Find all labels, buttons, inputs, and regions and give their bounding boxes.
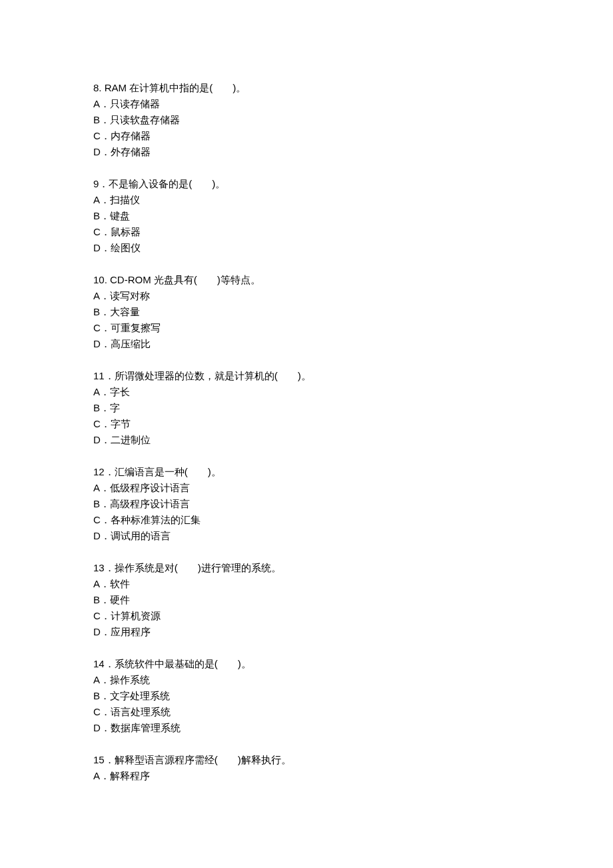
option-b: B．高级程序设计语言	[93, 496, 520, 512]
question-stem: 15．解释型语言源程序需经( )解释执行。	[93, 752, 520, 768]
option-c: C．可重复擦写	[93, 320, 520, 336]
option-b: B．键盘	[93, 208, 520, 224]
question-10: 10. CD-ROM 光盘具有( )等特点。 A．读写对称 B．大容量 C．可重…	[93, 272, 520, 352]
question-8: 8. RAM 在计算机中指的是( )。 A．只读存储器 B．只读软盘存储器 C．…	[93, 80, 520, 160]
question-stem: 11．所谓微处理器的位数，就是计算机的( )。	[93, 368, 520, 384]
question-13: 13．操作系统是对( )进行管理的系统。 A．软件 B．硬件 C．计算机资源 D…	[93, 560, 520, 640]
question-stem: 10. CD-ROM 光盘具有( )等特点。	[93, 272, 520, 288]
option-b: B．字	[93, 400, 520, 416]
option-c: C．计算机资源	[93, 608, 520, 624]
question-stem: 14．系统软件中最基础的是( )。	[93, 656, 520, 672]
question-14: 14．系统软件中最基础的是( )。 A．操作系统 B．文字处理系统 C．语言处理…	[93, 656, 520, 736]
option-d: D．外存储器	[93, 144, 520, 160]
option-a: A．只读存储器	[93, 96, 520, 112]
option-b: B．文字处理系统	[93, 688, 520, 704]
option-b: B．只读软盘存储器	[93, 112, 520, 128]
option-c: C．各种标准算法的汇集	[93, 512, 520, 528]
option-a: A．读写对称	[93, 288, 520, 304]
option-a: A．扫描仪	[93, 192, 520, 208]
question-stem: 9．不是输入设备的是( )。	[93, 176, 520, 192]
question-stem: 8. RAM 在计算机中指的是( )。	[93, 80, 520, 96]
option-d: D．数据库管理系统	[93, 720, 520, 736]
option-a: A．操作系统	[93, 672, 520, 688]
option-c: C．内存储器	[93, 128, 520, 144]
option-d: D．应用程序	[93, 624, 520, 640]
option-a: A．字长	[93, 384, 520, 400]
question-11: 11．所谓微处理器的位数，就是计算机的( )。 A．字长 B．字 C．字节 D．…	[93, 368, 520, 448]
option-b: B．大容量	[93, 304, 520, 320]
question-15: 15．解释型语言源程序需经( )解释执行。 A．解释程序	[93, 752, 520, 784]
option-d: D．高压缩比	[93, 336, 520, 352]
option-a: A．低级程序设计语言	[93, 480, 520, 496]
option-d: D．绘图仪	[93, 240, 520, 256]
option-b: B．硬件	[93, 592, 520, 608]
option-c: C．语言处理系统	[93, 704, 520, 720]
option-a: A．解释程序	[93, 768, 520, 784]
option-c: C．字节	[93, 416, 520, 432]
question-12: 12．汇编语言是一种( )。 A．低级程序设计语言 B．高级程序设计语言 C．各…	[93, 464, 520, 544]
question-9: 9．不是输入设备的是( )。 A．扫描仪 B．键盘 C．鼠标器 D．绘图仪	[93, 176, 520, 256]
option-a: A．软件	[93, 576, 520, 592]
option-d: D．调试用的语言	[93, 528, 520, 544]
option-c: C．鼠标器	[93, 224, 520, 240]
question-stem: 13．操作系统是对( )进行管理的系统。	[93, 560, 520, 576]
question-stem: 12．汇编语言是一种( )。	[93, 464, 520, 480]
option-d: D．二进制位	[93, 432, 520, 448]
